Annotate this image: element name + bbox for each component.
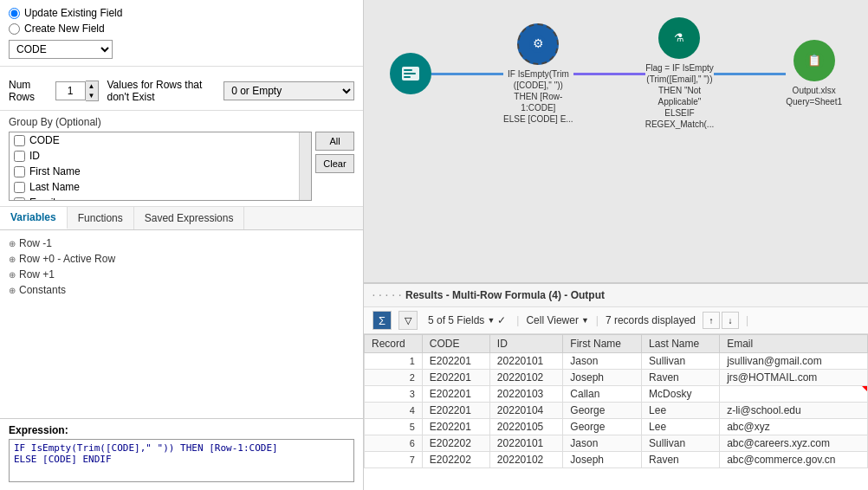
cell-email: z-li@school.edu (720, 403, 868, 419)
cell-email: abc@xyz (720, 419, 868, 435)
clear-button[interactable]: Clear (315, 154, 354, 173)
results-header: · · · · · Results - Multi-Row Formula (4… (364, 284, 868, 307)
spinner-up[interactable]: ▲ (86, 81, 98, 91)
sort-buttons: ↑ ↓ (703, 312, 739, 329)
var-row-minus1: ⊕ Row -1 (9, 235, 354, 251)
num-rows-label: Num Rows (9, 79, 47, 103)
cell-id: 20220103 (489, 386, 562, 403)
expand-icon[interactable]: ⊕ (9, 255, 16, 264)
scroll-bar[interactable] (299, 132, 311, 200)
cell-code: E202202 (422, 435, 489, 452)
cell-firstname: George (563, 403, 642, 419)
svg-text:📋: 📋 (807, 53, 822, 68)
col-header-record: Record (365, 335, 423, 353)
cell-firstname: Jason (563, 353, 642, 370)
list-item: Last Name (10, 179, 311, 195)
node-formula2[interactable]: ⚗ Flag = IF IsEmpty(Trim([Email]," "))TH… (645, 17, 714, 130)
results-table: Record CODE ID First Name Last Name Emai… (364, 334, 868, 468)
code-checkbox[interactable] (14, 135, 25, 146)
list-item: CODE (10, 132, 311, 148)
filter-icon[interactable]: ▽ (398, 311, 418, 330)
cell-firstname: Jason (563, 435, 642, 452)
firstname-checkbox[interactable] (14, 166, 25, 177)
table-row: 5 E202201 20220105 George Lee abc@xyz (365, 419, 868, 435)
group-by-buttons: All Clear (315, 132, 354, 201)
num-rows-input[interactable] (55, 81, 86, 100)
var-constants: ⊕ Constants (9, 282, 354, 298)
expression-section: Expression: IF IsEmpty(Trim([CODE]," "))… (0, 418, 363, 490)
connector-2 (573, 73, 645, 75)
col-header-lastname: Last Name (642, 335, 720, 353)
node-formula1[interactable]: ⚙ IF IsEmpty(Trim([CODE]," "))THEN [Row-… (503, 23, 573, 125)
node-input[interactable] (390, 53, 431, 94)
tab-variables[interactable]: Variables (0, 207, 68, 229)
cell-viewer-chevron: ▼ (581, 316, 589, 325)
cell-email: jsullivan@gmail.com (720, 353, 868, 370)
update-field-radio[interactable] (9, 8, 20, 19)
expand-icon[interactable]: ⊕ (9, 286, 16, 295)
separator-2: | (596, 314, 599, 326)
tabs-section: Variables Functions Saved Expressions (0, 207, 363, 230)
cell-email: jrs@HOTMAIL.com (720, 370, 868, 386)
lastname-checkbox[interactable] (14, 182, 25, 193)
table-row: 2 E202201 20220102 Joseph Raven jrs@HOTM… (365, 370, 868, 386)
records-count: 7 records displayed (606, 314, 696, 326)
tab-saved-expressions[interactable]: Saved Expressions (134, 207, 245, 229)
tab-functions[interactable]: Functions (68, 207, 134, 229)
list-item: ID (10, 148, 311, 164)
variables-list: ⊕ Row -1 ⊕ Row +0 - Active Row ⊕ Row +1 … (0, 230, 363, 418)
spinner-down[interactable]: ▼ (86, 91, 98, 100)
cell-code: E202202 (422, 452, 489, 468)
expression-label: Expression: (9, 424, 354, 436)
group-by-inner: CODE ID First Name Last Name Email (9, 132, 354, 201)
group-by-label: Group By (Optional) (9, 116, 354, 128)
table-row: 6 E202202 20220101 Jason Sullivan abc@ca… (365, 435, 868, 452)
cell-id: 20220102 (489, 452, 562, 468)
expand-icon[interactable]: ⊕ (9, 270, 16, 280)
sort-down-button[interactable]: ↓ (722, 312, 739, 329)
field-type-section: Update Existing Field Create New Field C… (0, 0, 363, 67)
email-label: Email (29, 197, 55, 201)
update-field-row: Update Existing Field (9, 7, 354, 19)
email-checkbox[interactable] (14, 197, 25, 202)
cell-code: E202201 (422, 370, 489, 386)
field-list: CODE ID First Name Last Name Email (9, 132, 312, 201)
id-checkbox[interactable] (14, 151, 25, 162)
cell-email (720, 386, 868, 403)
separator-1: | (516, 314, 519, 326)
cell-firstname: Callan (563, 386, 642, 403)
dots-icon: · · · · · (372, 291, 402, 300)
output-icon: 📋 (794, 40, 835, 81)
expression-input[interactable]: IF IsEmpty(Trim([CODE]," ")) THEN [Row-1… (9, 439, 354, 482)
formula2-label: Flag = IF IsEmpty(Trim([Email]," "))THEN… (645, 62, 714, 130)
expand-icon[interactable]: ⊕ (9, 239, 16, 248)
table-row: 4 E202201 20220104 George Lee z-li@schoo… (365, 403, 868, 419)
code-label: CODE (29, 134, 60, 146)
cell-record: 2 (365, 370, 423, 386)
sort-up-button[interactable]: ↑ (703, 312, 720, 329)
cell-id: 20220101 (489, 435, 562, 452)
create-field-radio[interactable] (9, 23, 20, 35)
svg-rect-3 (404, 76, 411, 78)
fields-button[interactable]: 5 of 5 Fields ▼ ✓ (424, 313, 509, 328)
field-select[interactable]: CODE (9, 40, 113, 59)
node-output[interactable]: 📋 Output.xlsxQuery=Sheet1 (786, 40, 842, 107)
cell-code: E202201 (422, 386, 489, 403)
values-label: Values for Rows that don't Exist (107, 79, 216, 103)
table-header-row: Record CODE ID First Name Last Name Emai… (365, 335, 868, 353)
sigma-icon[interactable]: Σ (372, 311, 392, 330)
table-row: 3 E202201 20220103 Callan McDosky (365, 386, 868, 403)
num-rows-inner: Num Rows ▲ ▼ Values for Rows that don't … (9, 79, 354, 103)
cell-code: E202201 (422, 353, 489, 370)
results-title: Results - Multi-Row Formula (4) - Output (405, 289, 605, 301)
results-toolbar: Σ ▽ 5 of 5 Fields ▼ ✓ | Cell Viewer ▼ | … (364, 307, 868, 334)
cell-email: abc@careers.xyz.com (720, 435, 868, 452)
values-select[interactable]: 0 or Empty Null Previous Row (223, 81, 354, 100)
cell-viewer-button[interactable]: Cell Viewer ▼ (526, 314, 588, 326)
cell-code: E202201 (422, 403, 489, 419)
var-row-active: ⊕ Row +0 - Active Row (9, 251, 354, 267)
all-button[interactable]: All (315, 132, 354, 151)
cell-firstname: George (563, 419, 642, 435)
spinner-buttons: ▲ ▼ (86, 81, 99, 101)
num-rows-section: Num Rows ▲ ▼ Values for Rows that don't … (0, 67, 363, 111)
